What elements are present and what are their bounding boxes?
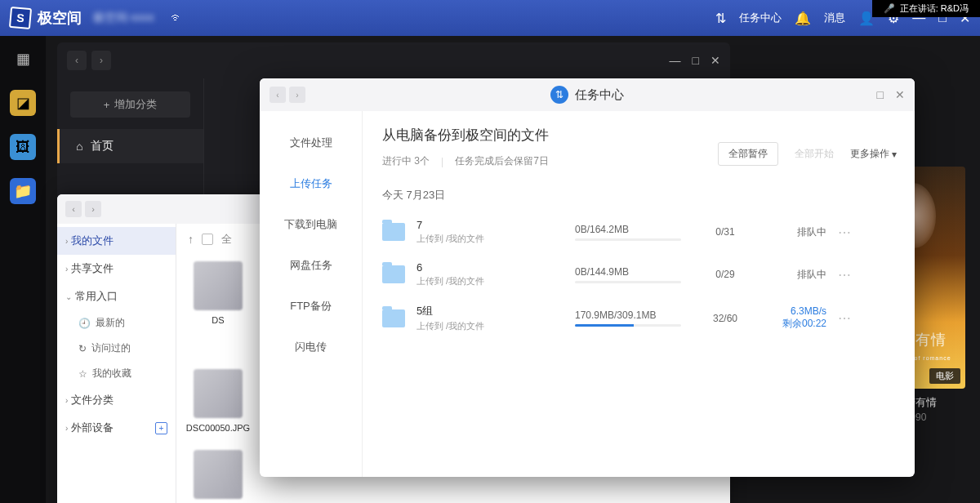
select-all-label: 全 xyxy=(221,232,232,247)
mic-icon: 🎤 xyxy=(884,3,895,14)
task-name: 7 xyxy=(416,219,564,231)
task-status: 6.3MB/s剩余00:22 xyxy=(761,305,826,331)
task-menu-button[interactable]: ⋯ xyxy=(838,267,852,283)
progress-text: 170.9MB/309.1MB xyxy=(575,309,689,321)
task-dest: 上传到 /我的文件 xyxy=(416,320,564,332)
app-header: S 极空间 极空间-xxxx ᯤ ⇅ 任务中心 🔔 消息 👤 ⚙ — □ ✕ xyxy=(0,0,980,36)
task-menu-button[interactable]: ⋯ xyxy=(838,225,852,240)
progress-text: 0B/164.2MB xyxy=(575,224,689,235)
task-count: 0/31 xyxy=(701,226,750,238)
label: 我的文件 xyxy=(71,234,114,248)
apps-grid-icon[interactable]: ▦ xyxy=(10,46,36,72)
tm-category[interactable]: 网盘任务 xyxy=(260,245,362,286)
more-actions-dropdown[interactable]: 更多操作▾ xyxy=(850,147,897,161)
dark-close-icon[interactable]: ✕ xyxy=(710,54,720,67)
dark-window-titlebar: ‹ › — □ ✕ xyxy=(57,42,730,78)
fe-forward-button[interactable]: › xyxy=(85,201,101,217)
wifi-icon[interactable]: ᯤ xyxy=(171,11,184,25)
dock-app-3[interactable]: 📁 xyxy=(10,178,36,204)
task-dest: 上传到 /我的文件 xyxy=(416,275,564,287)
sidebar-favorites[interactable]: ☆我的收藏 xyxy=(57,361,176,386)
tm-forward-button[interactable]: › xyxy=(289,87,305,103)
pause-all-button[interactable]: 全部暂停 xyxy=(718,142,778,166)
progress-text: 0B/144.9MB xyxy=(575,266,689,278)
sidebar-my-files[interactable]: ›我的文件 xyxy=(57,227,176,255)
home-nav-item[interactable]: ⌂ 首页 xyxy=(57,129,203,163)
history-icon: ↻ xyxy=(78,343,87,354)
sidebar-common[interactable]: ⌄常用入口 xyxy=(57,283,176,310)
dark-minimize-icon[interactable]: — xyxy=(670,54,681,67)
label: 文件分类 xyxy=(71,393,114,407)
messages-link[interactable]: 消息 xyxy=(824,11,845,25)
logo-icon: S xyxy=(9,7,32,29)
chevron-right-icon: › xyxy=(65,237,68,246)
task-menu-button[interactable]: ⋯ xyxy=(838,310,852,326)
dock-app-2[interactable]: 🖼 xyxy=(10,134,36,160)
bell-icon[interactable]: 🔔 xyxy=(795,11,811,26)
label: 我的收藏 xyxy=(92,367,131,381)
retention-note: 任务完成后会保留7日 xyxy=(455,154,549,168)
label: 最新的 xyxy=(96,316,125,330)
tm-category[interactable]: 闪电传 xyxy=(260,327,362,367)
file-thumb xyxy=(194,450,243,499)
file-name: DSC00050.JPG xyxy=(181,423,255,433)
task-list: 7上传到 /我的文件0B/164.2MB0/31排队中⋯6上传到 /我的文件0B… xyxy=(382,211,895,341)
file-item[interactable]: DSC00050.JPG xyxy=(188,369,248,435)
task-center-link[interactable]: 任务中心 xyxy=(739,11,782,25)
tm-title: ⇅ 任务中心 xyxy=(550,86,624,104)
folder-icon xyxy=(382,309,405,327)
file-item[interactable]: DS xyxy=(188,261,248,325)
sidebar-recent[interactable]: 🕘最新的 xyxy=(57,310,176,336)
tm-close-icon[interactable]: ✕ xyxy=(895,88,905,101)
task-progress: 170.9MB/309.1MB xyxy=(575,309,689,327)
label: 常用入口 xyxy=(75,289,118,304)
select-all-checkbox[interactable] xyxy=(202,234,213,245)
task-name: 5组 xyxy=(416,304,564,318)
sidebar-external[interactable]: ›外部设备+ xyxy=(57,414,176,442)
task-row: 6上传到 /我的文件0B/144.9MB0/29排队中⋯ xyxy=(382,253,895,296)
tm-back-button[interactable]: ‹ xyxy=(270,87,286,103)
main-area: ‹ › — □ ✕ + 增加分类 ⌂ 首页 xyxy=(46,36,980,503)
start-all-button[interactable]: 全部开始 xyxy=(785,143,844,165)
task-dest: 上传到 /我的文件 xyxy=(416,233,564,245)
add-device-button[interactable]: + xyxy=(155,422,167,434)
dark-maximize-icon[interactable]: □ xyxy=(693,54,699,67)
progress-bar xyxy=(575,238,681,241)
task-info: 6上传到 /我的文件 xyxy=(416,261,564,287)
task-date-header: 今天 7月23日 xyxy=(382,188,895,203)
home-label: 首页 xyxy=(91,139,114,154)
task-count: 0/29 xyxy=(701,269,750,280)
clock-icon: 🕘 xyxy=(78,318,91,329)
chevron-right-icon: › xyxy=(65,265,68,274)
tm-category[interactable]: 上传任务 xyxy=(260,163,362,204)
divider: | xyxy=(441,156,443,167)
folder-icon xyxy=(382,265,405,283)
transfer-icon: ⇅ xyxy=(550,86,568,104)
tm-category[interactable]: 文件处理 xyxy=(260,122,362,163)
task-row: 5组上传到 /我的文件170.9MB/309.1MB32/606.3MB/s剩余… xyxy=(382,296,895,341)
forward-button[interactable]: › xyxy=(91,51,111,70)
back-button[interactable]: ‹ xyxy=(67,51,87,70)
file-item[interactable]: DSC00044.JPG xyxy=(188,450,248,503)
sidebar-shared[interactable]: ›共享文件 xyxy=(57,255,176,283)
fe-back-button[interactable]: ‹ xyxy=(65,201,82,217)
chevron-right-icon: › xyxy=(65,396,68,405)
tm-maximize-icon[interactable]: □ xyxy=(877,88,884,101)
sidebar-categories[interactable]: ›文件分类 xyxy=(57,386,176,414)
star-icon: ☆ xyxy=(78,368,87,380)
tm-category[interactable]: 下载到电脑 xyxy=(260,204,362,245)
progress-bar xyxy=(575,324,681,327)
home-icon: ⌂ xyxy=(76,140,82,153)
task-status: 排队中 xyxy=(761,225,826,239)
add-category-button[interactable]: + 增加分类 xyxy=(70,91,190,118)
tm-category[interactable]: FTP备份 xyxy=(260,286,362,327)
up-arrow-icon[interactable]: ↑ xyxy=(188,233,194,246)
progress-bar xyxy=(575,281,681,283)
fe-sidebar: ›我的文件 ›共享文件 ⌄常用入口 🕘最新的 ↻访问过的 ☆我的收藏 ›文件分类… xyxy=(57,224,176,503)
chevron-right-icon: › xyxy=(65,424,68,433)
voice-banner: 🎤 正在讲话: R&D冯 xyxy=(872,0,980,17)
sidebar-visited[interactable]: ↻访问过的 xyxy=(57,336,176,361)
dock-app-1[interactable]: ◪ xyxy=(10,90,36,116)
transfer-icon[interactable]: ⇅ xyxy=(715,11,726,26)
tm-actions: 全部暂停 全部开始 更多操作▾ xyxy=(718,142,897,166)
